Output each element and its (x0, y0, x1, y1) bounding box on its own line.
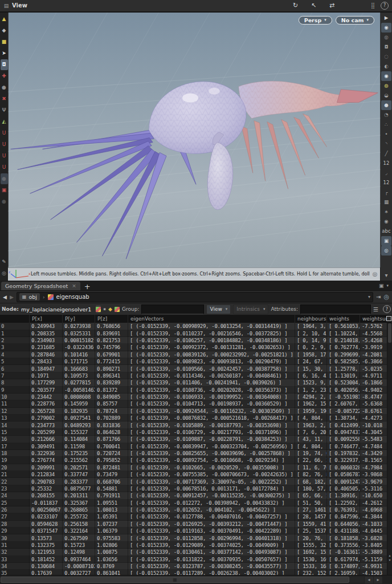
column-header[interactable] (0, 315, 30, 323)
view-orbit-tool-icon[interactable]: ↻ (291, 1, 300, 10)
column-header[interactable]: P[y] (63, 315, 95, 323)
vertex-attr-icon[interactable]: ◆ (108, 305, 112, 313)
column-header[interactable]: neighbours (295, 315, 327, 323)
node-path-combobox[interactable]: ▦ obj › eigensquab ▾ (17, 292, 373, 302)
brush-tool-icon[interactable]: ✎ (1, 257, 8, 267)
viewport-canvas[interactable] (8, 13, 381, 267)
horizontal-scrollbar[interactable]: ▦ ◂ ▸ (0, 575, 392, 584)
current-node-name[interactable]: my_laplacianeigensolver1 (21, 306, 91, 313)
close-icon[interactable]: × (72, 283, 76, 289)
select-arrow-tool-icon[interactable]: ↖ (309, 1, 318, 10)
stowbar-expand-icon[interactable]: ▶ (381, 13, 391, 23)
cell-neighbours: [ 11, 6, 76 (295, 464, 327, 471)
axes-jack-icon[interactable]: ∗ (381, 207, 391, 217)
ghost-objects-eye-icon[interactable]: ◎ (381, 33, 391, 42)
pane-menu-caret-icon[interactable]: ▾ (386, 283, 389, 288)
sort-options-icon[interactable]: ☰ (373, 306, 378, 313)
falloff-sphere-icon[interactable]: ● (1, 82, 8, 93)
scroll-up-icon[interactable]: ▴ (389, 553, 390, 558)
headlight-off-icon[interactable]: ◌ (381, 52, 391, 62)
column-header[interactable]: P[x] (30, 315, 63, 323)
prim-numbers-icon[interactable]: 12 (381, 178, 391, 188)
scroll-left-button[interactable]: ◂ (365, 577, 373, 583)
paint-prism-icon[interactable]: ◭ (1, 116, 8, 127)
view-region-icon[interactable]: ▣ (1, 185, 8, 196)
scroll-right-button[interactable]: ▸ (374, 577, 382, 583)
shelf-prims-icon[interactable]: ◆ (1, 25, 8, 36)
headlight-on-icon[interactable]: ◉ (381, 71, 391, 81)
material-ball-icon[interactable]: ● (1, 196, 8, 207)
attributes-input[interactable] (300, 305, 371, 314)
smooth-shaded-icon[interactable]: ● (381, 100, 391, 110)
horizontal-scrollbar-thumb[interactable]: ▦ (1, 577, 349, 583)
pin-pane-icon[interactable]: ⇥ (376, 294, 381, 300)
pane-layout-icon[interactable]: ⣿ (371, 2, 375, 9)
stowbar-collapse-icon[interactable]: ▾ (381, 270, 391, 280)
display-globe-icon[interactable]: ◎ (1, 268, 8, 279)
cell-p-y: 0.268865 (63, 506, 95, 513)
snap-edge-magnet-icon[interactable]: U (1, 151, 8, 161)
group-input[interactable] (141, 305, 204, 314)
spreadsheet-help-icon[interactable]: ? (383, 305, 391, 313)
pane-menu-icon[interactable]: ▤ (2, 2, 10, 9)
display-lock-icon[interactable]: ◘ (381, 42, 391, 52)
rig-skeleton-icon[interactable]: Ψ (1, 105, 8, 116)
small-bulb-icon[interactable]: ◍ (381, 81, 391, 91)
scroll-down-icon[interactable]: ▾ (389, 558, 390, 562)
scrollbar-track-end (349, 577, 364, 583)
persp-menu-button[interactable]: Persp ▾ (299, 16, 332, 25)
point-attr-icon[interactable]: ▪ (103, 305, 106, 313)
show-objects-eye-icon[interactable]: ◉ (381, 23, 391, 33)
prim-hull-icon[interactable]: ◞ (381, 168, 391, 178)
disc-icon[interactable]: ◉ (381, 217, 391, 226)
snap-point-magnet-icon[interactable]: U (1, 139, 8, 150)
camera-menu-button[interactable]: No cam ▾ (336, 16, 374, 25)
point-numbers-icon[interactable]: 12 (381, 159, 391, 168)
column-header[interactable]: weights (327, 315, 360, 323)
pose-tool-icon[interactable]: ✖ (1, 94, 8, 104)
pane-maximize-icon[interactable]: ▣ (379, 283, 384, 289)
shelf-box-icon[interactable]: ■ (1, 36, 8, 47)
breadcrumb-obj[interactable]: ▦ obj (19, 293, 40, 301)
selection-marquee-icon[interactable]: ▦ (381, 197, 391, 207)
text-overlay-icon[interactable]: abc (381, 226, 391, 236)
handles-tool-icon[interactable]: ✚ (1, 71, 8, 82)
prim-normals-icon[interactable]: ┌ (381, 188, 391, 197)
add-tab-button[interactable]: + (84, 283, 91, 290)
shaded-sphere-icon[interactable]: ● (1, 173, 8, 184)
help-icon[interactable]: ? (381, 2, 389, 10)
xray-eye-icon[interactable]: ◔ (381, 110, 391, 120)
view-mode-icon[interactable]: ◎ (370, 271, 380, 277)
follow-selection-icon[interactable]: ◎ (383, 293, 389, 301)
scroll-corner-box[interactable] (386, 316, 391, 321)
translate-handles-tool-icon[interactable]: ⇄ (328, 1, 337, 10)
normal-lighting-icon[interactable]: ◐ (381, 62, 391, 71)
intrinsics-dropdown[interactable]: Intrinsics ▾ (233, 305, 268, 314)
view-menu-label[interactable]: View (12, 2, 27, 9)
point-trail-icon[interactable]: ◝ (381, 139, 391, 149)
show-points-icon[interactable]: ∴ (381, 120, 391, 129)
secure-selection-lock-icon[interactable]: ◘ (1, 59, 8, 70)
prim-attr-icon[interactable] (115, 305, 120, 313)
attributes-label: Attributes: (271, 306, 297, 312)
character-light-icon[interactable]: ◒ (381, 91, 391, 100)
point-dot-icon[interactable]: • (381, 129, 391, 139)
background-image-icon[interactable]: ▣ (381, 236, 391, 246)
vertical-scrollbar-thumb[interactable] (388, 323, 391, 343)
path-dropdown-caret-icon[interactable]: ▾ (368, 294, 370, 299)
select-tool-icon[interactable]: ➤ (1, 48, 8, 59)
snap-grid-magnet-icon[interactable]: U (1, 128, 8, 139)
node-display-icon[interactable] (96, 305, 101, 313)
view-dropdown[interactable]: View ▾ (206, 305, 231, 314)
follow-pin-icon[interactable]: ◎ (381, 246, 391, 256)
column-header[interactable]: eigenVectors (128, 315, 295, 323)
shelf-cone-icon[interactable]: ▲ (1, 14, 8, 25)
snap-prim-magnet-icon[interactable]: U (1, 162, 8, 173)
breadcrumb-node-label[interactable]: eigensquab (56, 294, 89, 300)
tab-geometry-spreadsheet[interactable]: Geometry Spreadsheet × (1, 282, 80, 290)
point-normals-icon[interactable]: ╱ (381, 149, 391, 159)
vertical-scrollbar[interactable]: ▴ ▾ (387, 323, 392, 575)
column-header[interactable]: P[z] (95, 315, 128, 323)
nav-forward-button[interactable]: ▶ (10, 294, 14, 300)
nav-back-button[interactable]: ◀ (3, 294, 7, 300)
